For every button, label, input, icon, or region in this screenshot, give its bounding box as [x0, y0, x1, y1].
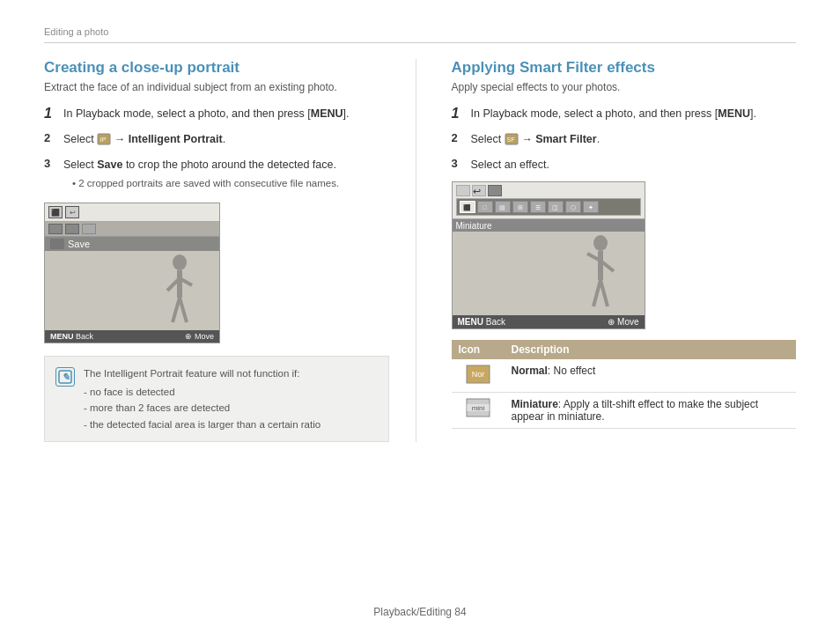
ui-menu-icon-3: [82, 224, 96, 234]
page: Editing a photo Creating a close-up port…: [0, 0, 840, 634]
right-section-title: Applying Smart Filter effects: [452, 59, 797, 77]
step-content-2: Select IP → Intelligent Portrait.: [63, 131, 389, 148]
step-3-bullets: 2 cropped portraits are saved with conse…: [63, 176, 389, 191]
left-step-1: 1 In Playback mode, select a photo, and …: [44, 106, 389, 122]
table-header-row: Icon Description: [452, 340, 797, 359]
right-ui-icons-row-1: ↩: [456, 185, 641, 196]
miniature-bold: Miniature: [512, 398, 558, 410]
right-status-bar: MENU Back ⊕ Move: [453, 315, 645, 328]
left-column: Creating a close-up portrait Extract the…: [44, 59, 416, 442]
ui-status-bar: MENU Back ⊕ Move: [45, 330, 219, 343]
right-ui-icon-3: [488, 185, 502, 196]
left-camera-ui: ⬛ ↩ Save: [44, 203, 220, 343]
right-step-num-1: 1: [452, 106, 464, 122]
right-column: Applying Smart Filter effects Apply spec…: [443, 59, 797, 442]
filter-icon-4: ⊞: [512, 201, 528, 213]
right-step-2: 2 Select SF → Smart Filter.: [452, 131, 797, 148]
right-step-num-2: 2: [452, 131, 464, 144]
left-section-title: Creating a close-up portrait: [44, 59, 389, 77]
right-move: ⊕ Move: [608, 317, 638, 327]
right-ui-icon-1: [456, 185, 470, 196]
right-step-content-2: Select SF → Smart Filter.: [471, 131, 797, 148]
svg-line-7: [180, 298, 187, 322]
person-silhouette-left: [162, 254, 197, 328]
filter-icon-7: ⬡: [565, 201, 581, 213]
ui-save-label: Save: [68, 239, 90, 249]
right-menu-back: MENU Back: [458, 317, 505, 327]
normal-desc-text: : No effect: [548, 365, 595, 377]
person-silhouette-right: [583, 234, 618, 313]
ui-body: [45, 251, 219, 330]
ui-move-label: ⊕ Move: [185, 332, 214, 341]
svg-text:SF: SF: [506, 136, 514, 143]
bullet-1: 2 cropped portraits are saved with conse…: [72, 176, 389, 191]
right-miniature-label-row: Miniature: [453, 219, 645, 232]
step-content-3: Select Save to crop the photo around the…: [63, 157, 389, 194]
ui-menu-icons-row: [45, 222, 219, 237]
step-num-3: 3: [44, 157, 56, 170]
left-step-3: 3 Select Save to crop the photo around t…: [44, 157, 389, 194]
note-content: The Intelligent Portrait feature will no…: [84, 365, 321, 433]
right-step-3: 3 Select an effect.: [452, 157, 797, 173]
table-header-description: Description: [505, 340, 797, 359]
svg-point-2: [173, 254, 187, 270]
right-step-content-3: Select an effect.: [471, 157, 797, 173]
table-header-icon: Icon: [452, 340, 505, 359]
ui-menu-icon-1: [48, 224, 63, 234]
table-cell-miniature-icon: mini: [452, 393, 505, 429]
table-row-miniature: mini Miniature: Apply a tilt-shift effec…: [452, 393, 797, 429]
ui-icon-1: ⬛: [48, 206, 63, 218]
table-cell-normal-icon: Nor: [452, 359, 505, 393]
two-col-layout: Creating a close-up portrait Extract the…: [44, 59, 796, 442]
smart-filter-icon: SF: [505, 133, 519, 145]
step-content-1: In Playback mode, select a photo, and th…: [63, 106, 389, 122]
table-cell-miniature-desc: Miniature: Apply a tilt-shift effect to …: [505, 393, 797, 429]
note-icon: ✎: [55, 367, 75, 387]
svg-text:IP: IP: [100, 136, 107, 143]
note-item-3: - the detected facial area is larger tha…: [84, 417, 321, 432]
filter-icon-8: ✦: [583, 201, 599, 213]
filter-icon-6: ◫: [548, 201, 564, 213]
svg-line-6: [173, 298, 180, 322]
right-ui-toolbar: ↩ ⬛ □ ▤ ⊞ ☰ ◫ ⬡ ✦: [453, 182, 645, 219]
svg-text:Nor: Nor: [471, 370, 484, 379]
right-filter-row: ⬛ □ ▤ ⊞ ☰ ◫ ⬡ ✦: [456, 198, 641, 216]
right-step-content-1: In Playback mode, select a photo, and th…: [471, 106, 797, 122]
note-box: ✎ The Intelligent Portrait feature will …: [44, 356, 389, 443]
svg-line-17: [601, 280, 608, 306]
right-step-list: 1 In Playback mode, select a photo, and …: [452, 106, 797, 173]
filter-icon-5: ☰: [530, 201, 546, 213]
svg-line-16: [593, 280, 601, 306]
right-ui-body: [453, 232, 645, 315]
filter-icon-1: ⬛: [460, 201, 475, 213]
right-step-num-3: 3: [452, 157, 464, 170]
svg-text:mini: mini: [471, 404, 484, 412]
normal-effect-icon: Nor: [466, 365, 490, 384]
breadcrumb: Editing a photo: [44, 26, 796, 43]
step-num-2: 2: [44, 131, 56, 144]
filter-icon-2: □: [477, 201, 493, 213]
note-pencil-icon: ✎: [57, 369, 73, 385]
page-footer: Playback/Editing 84: [0, 606, 840, 618]
right-section-subtitle: Apply special effects to your photos.: [452, 81, 797, 93]
footer-text: Playback/Editing 84: [373, 606, 466, 618]
right-step-1: 1 In Playback mode, select a photo, and …: [452, 106, 797, 122]
intelligent-portrait-icon: IP: [97, 133, 111, 145]
table-row-normal: Nor Normal: No effect: [452, 359, 797, 393]
right-miniature-label: Miniature: [456, 221, 492, 231]
left-ui-toolbar: ⬛ ↩: [45, 203, 219, 222]
svg-text:✎: ✎: [62, 372, 70, 382]
right-icon-table: Icon Description Nor Normal: No: [452, 340, 797, 429]
left-section-subtitle: Extract the face of an individual subjec…: [44, 81, 389, 93]
step-num-1: 1: [44, 106, 56, 122]
note-item-1: - no face is detected: [84, 384, 321, 400]
ui-icon-2: ↩: [65, 206, 79, 218]
miniature-effect-icon: mini: [466, 398, 490, 417]
note-item-2: - more than 2 faces are detected: [84, 400, 321, 416]
ui-save-icon: [50, 239, 64, 249]
ui-menu-icon-2: [65, 224, 79, 234]
left-step-list: 1 In Playback mode, select a photo, and …: [44, 106, 389, 194]
ui-save-row: Save: [45, 237, 219, 251]
svg-point-12: [593, 235, 608, 251]
note-title: The Intelligent Portrait feature will no…: [84, 365, 321, 381]
